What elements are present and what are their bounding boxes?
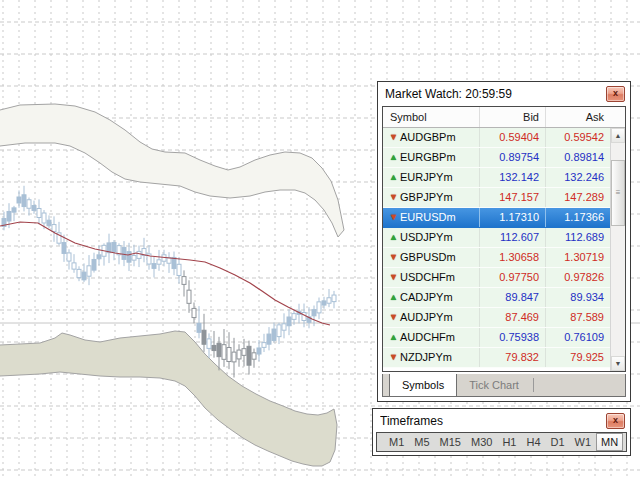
tab-divider — [533, 378, 534, 392]
timeframe-button-mn[interactable]: MN — [596, 433, 623, 451]
vertical-scrollbar[interactable]: ▲ ≡ ▼ — [610, 128, 625, 371]
quotes-table-header: Symbol Bid Ask — [383, 107, 625, 128]
bid-value: 147.157 — [480, 188, 546, 207]
bid-value: 1.30658 — [480, 248, 546, 267]
ask-value: 89.934 — [546, 288, 610, 307]
trend-down-arrow-icon: ▼ — [387, 348, 400, 367]
symbol-row[interactable]: ▲CADJPYm89.84789.934 — [383, 288, 610, 308]
trend-down-arrow-icon: ▼ — [387, 248, 400, 267]
symbol-row[interactable]: ▼GBPJPYm147.157147.289 — [383, 188, 610, 208]
market-watch-window: Market Watch: 20:59:59 x Symbol Bid Ask … — [377, 81, 631, 402]
column-header-symbol[interactable]: Symbol — [383, 107, 480, 127]
symbol-cell: ▼EURUSDm — [383, 208, 480, 227]
bid-value: 0.75938 — [480, 328, 546, 347]
ask-value: 1.30719 — [546, 248, 610, 267]
timeframe-button-h1[interactable]: H1 — [497, 433, 521, 451]
bid-value: 0.97750 — [480, 268, 546, 287]
symbol-name: USDCHFm — [400, 268, 455, 287]
trend-up-arrow-icon: ▲ — [387, 328, 400, 347]
symbol-name: AUDJPYm — [400, 308, 453, 327]
symbol-row[interactable]: ▼NZDJPYm79.83279.925 — [383, 348, 610, 368]
ask-value: 112.689 — [546, 228, 610, 247]
symbol-name: USDJPYm — [400, 228, 453, 247]
symbol-cell: ▼USDCHFm — [383, 268, 480, 287]
symbol-name: GBPUSDm — [400, 248, 456, 267]
ask-value: 0.76109 — [546, 328, 610, 347]
timeframes-titlebar[interactable]: Timeframes x — [373, 409, 630, 432]
timeframes-window: Timeframes x M1M5M15M30H1H4D1W1MN — [372, 408, 631, 456]
symbol-row[interactable]: ▲EURGBPm0.897540.89814 — [383, 148, 610, 168]
symbol-row[interactable]: ▲USDJPYm112.607112.689 — [383, 228, 610, 248]
scroll-down-button[interactable]: ▼ — [611, 356, 625, 371]
ask-value: 0.59542 — [546, 128, 610, 147]
trend-up-arrow-icon: ▲ — [387, 288, 400, 307]
quotes-table: Symbol Bid Ask ▼AUDGBPm0.594040.59542▲EU… — [382, 106, 626, 372]
ask-value: 87.589 — [546, 308, 610, 327]
symbol-cell: ▲USDJPYm — [383, 228, 480, 247]
market-watch-title: Market Watch: 20:59:59 — [385, 87, 606, 101]
ask-value: 0.97826 — [546, 268, 610, 287]
symbol-row[interactable]: ▼AUDGBPm0.594040.59542 — [383, 128, 610, 148]
symbol-cell: ▼GBPUSDm — [383, 248, 480, 267]
symbol-row[interactable]: ▼AUDJPYm87.46987.589 — [383, 308, 610, 328]
symbol-name: CADJPYm — [400, 288, 453, 307]
ask-value: 79.925 — [546, 348, 610, 367]
ask-value: 0.89814 — [546, 148, 610, 167]
symbol-name: NZDJPYm — [400, 348, 452, 367]
scrollbar-thumb[interactable]: ≡ — [611, 160, 625, 226]
timeframe-button-m1[interactable]: M1 — [384, 433, 409, 451]
timeframes-title: Timeframes — [380, 414, 606, 428]
bid-value: 87.469 — [480, 308, 546, 327]
bid-value: 79.832 — [480, 348, 546, 367]
upper-band — [0, 104, 344, 237]
bid-value: 0.59404 — [480, 128, 546, 147]
timeframe-button-m15[interactable]: M15 — [435, 433, 466, 451]
trend-down-arrow-icon: ▼ — [387, 268, 400, 287]
trend-down-arrow-icon: ▼ — [387, 208, 400, 227]
close-icon: x — [613, 416, 618, 424]
trend-up-arrow-icon: ▲ — [387, 148, 400, 167]
bid-value: 112.607 — [480, 228, 546, 247]
trend-down-arrow-icon: ▼ — [387, 128, 400, 147]
symbol-cell: ▲AUDCHFm — [383, 328, 480, 347]
timeframe-button-w1[interactable]: W1 — [570, 433, 597, 451]
scroll-up-button[interactable]: ▲ — [611, 128, 625, 143]
ask-value: 1.17366 — [546, 208, 610, 227]
ask-value: 147.289 — [546, 188, 610, 207]
bid-value: 0.89754 — [480, 148, 546, 167]
bid-value: 89.847 — [480, 288, 546, 307]
symbol-name: AUDGBPm — [400, 128, 456, 147]
timeframe-button-m5[interactable]: M5 — [409, 433, 434, 451]
quotes-table-body: ▼AUDGBPm0.594040.59542▲EURGBPm0.897540.8… — [383, 128, 610, 371]
timeframes-toolbar: M1M5M15M30H1H4D1W1MN — [376, 432, 627, 452]
timeframes-close-button[interactable]: x — [606, 413, 625, 429]
tab-tick-chart[interactable]: Tick Chart — [457, 374, 531, 396]
symbol-row[interactable]: ▼GBPUSDm1.306581.30719 — [383, 248, 610, 268]
symbol-row[interactable]: ▲EURJPYm132.142132.246 — [383, 168, 610, 188]
timeframe-button-d1[interactable]: D1 — [546, 433, 570, 451]
symbol-row[interactable]: ▼EURUSDm1.173101.17366 — [383, 208, 610, 228]
market-watch-tabs: SymbolsTick Chart — [382, 374, 626, 397]
symbol-cell: ▼NZDJPYm — [383, 348, 480, 367]
symbol-cell: ▼AUDJPYm — [383, 308, 480, 327]
symbol-cell: ▼AUDGBPm — [383, 128, 480, 147]
symbol-name: EURGBPm — [400, 148, 456, 167]
column-header-bid[interactable]: Bid — [480, 107, 546, 127]
trend-down-arrow-icon: ▼ — [387, 308, 400, 327]
timeframe-button-h4[interactable]: H4 — [521, 433, 545, 451]
bid-value: 1.17310 — [480, 208, 546, 227]
column-header-ask[interactable]: Ask — [546, 107, 610, 127]
timeframe-button-m30[interactable]: M30 — [466, 433, 497, 451]
symbol-row[interactable]: ▼USDCHFm0.977500.97826 — [383, 268, 610, 288]
symbol-name: EURUSDm — [400, 208, 456, 227]
symbol-cell: ▲CADJPYm — [383, 288, 480, 307]
bid-value: 132.142 — [480, 168, 546, 187]
close-icon: x — [613, 89, 618, 97]
tab-symbols[interactable]: Symbols — [389, 374, 457, 396]
symbol-name: AUDCHFm — [400, 328, 455, 347]
market-watch-titlebar[interactable]: Market Watch: 20:59:59 x — [378, 82, 630, 105]
symbol-row[interactable]: ▲AUDCHFm0.759380.76109 — [383, 328, 610, 348]
symbol-cell: ▲EURJPYm — [383, 168, 480, 187]
market-watch-close-button[interactable]: x — [606, 86, 625, 102]
symbol-cell: ▼GBPJPYm — [383, 188, 480, 207]
